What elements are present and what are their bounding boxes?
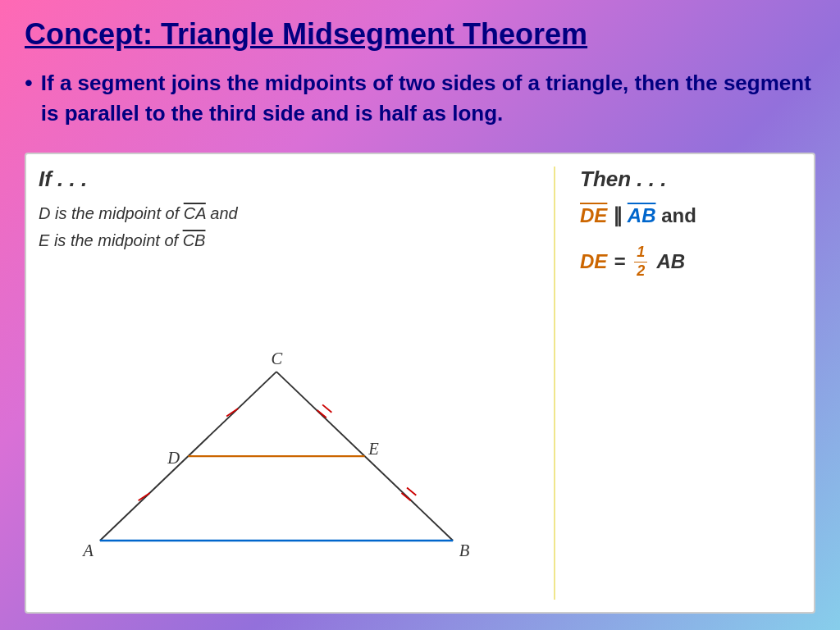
then-and: and [661,204,696,226]
formula-ab: AB [656,250,685,273]
formula-fraction: 1 2 [634,244,647,280]
then-result-1: DE ∥ AB and [580,204,801,227]
fraction-numerator: 1 [634,244,647,262]
triangle-diagram: A B C D E [39,267,514,600]
then-heading: Then . . . [580,167,801,192]
then-section: Then . . . DE ∥ AB and DE = 1 2 AB [572,167,801,600]
if-cond1-post: and [206,204,238,222]
fraction-denominator: 2 [634,262,647,281]
svg-text:A: A [81,541,94,559]
svg-text:D: D [167,449,180,467]
if-section: If . . . D is the midpoint of CA and E i… [39,167,537,600]
diagram-container: If . . . D is the midpoint of CA and E i… [25,153,815,614]
svg-text:C: C [271,349,282,368]
svg-text:E: E [368,440,379,458]
if-cond2-seg: CB [183,231,206,249]
svg-line-7 [322,404,331,412]
bullet-section: • If a segment joins the midpoints of tw… [25,68,815,128]
svg-line-6 [317,410,326,418]
if-condition-2: E is the midpoint of CB [39,231,521,250]
then-de: DE [580,204,607,226]
svg-line-4 [139,493,150,500]
formula-eq: = [614,250,625,273]
if-heading: If . . . [39,167,521,192]
bullet-symbol: • [25,70,33,96]
if-cond1-seg: CA [184,204,206,222]
svg-line-8 [401,493,410,500]
svg-line-9 [407,487,416,495]
svg-line-5 [226,409,238,416]
if-condition-1: D is the midpoint of CA and [39,204,521,223]
if-cond1-pre: D is the midpoint of [39,204,184,222]
bullet-text: If a segment joins the midpoints of two … [41,68,815,128]
formula-de: DE [580,250,607,273]
then-parallel: ∥ [613,204,623,226]
if-cond2-pre: E is the midpoint of [39,231,183,249]
title: Concept: Triangle Midsegment Theorem [25,16,815,52]
then-ab: AB [628,204,656,226]
then-formula: DE = 1 2 AB [580,244,801,280]
svg-text:B: B [459,541,470,559]
divider [554,167,555,600]
